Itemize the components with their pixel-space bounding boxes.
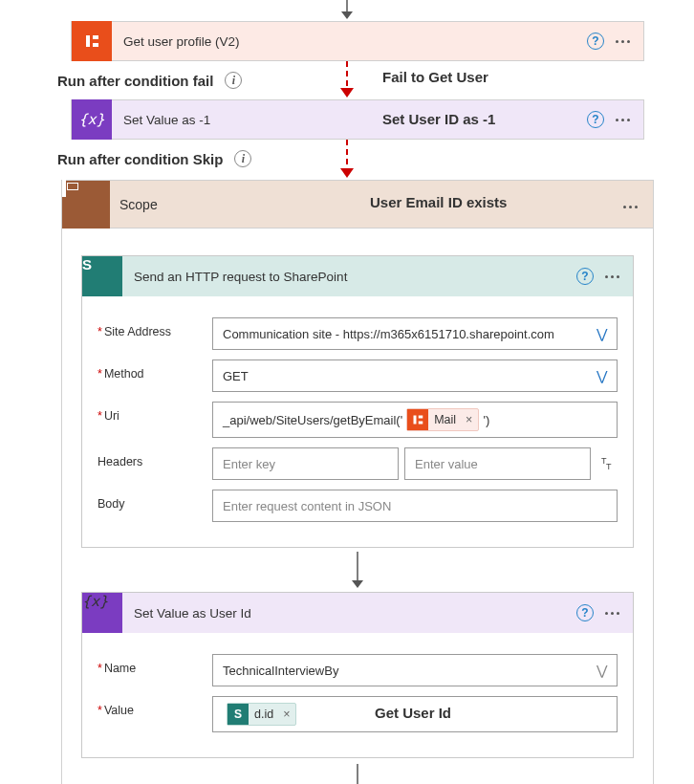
token-d-id[interactable]: S d.id × bbox=[227, 703, 296, 726]
menu-icon[interactable] bbox=[623, 206, 638, 208]
office365-icon bbox=[72, 21, 112, 61]
header-key-input[interactable]: Enter key bbox=[212, 447, 399, 480]
svg-marker-3 bbox=[340, 88, 354, 98]
label-site-address: *Site Address bbox=[98, 317, 212, 338]
variable-icon: {x} bbox=[72, 99, 112, 140]
arrow-down-icon bbox=[337, 0, 357, 21]
help-icon[interactable]: ? bbox=[587, 33, 604, 50]
action-send-http-sharepoint: S Send an HTTP request to SharePoint ? *… bbox=[81, 255, 634, 548]
label-method: *Method bbox=[98, 359, 212, 381]
label-value: *Value bbox=[98, 696, 212, 717]
annotation-fail-get-user: Fail to Get User bbox=[382, 69, 488, 85]
svg-marker-5 bbox=[340, 168, 354, 178]
arrow-dashed-down-icon bbox=[337, 140, 357, 180]
variable-icon: {x} bbox=[82, 593, 122, 633]
help-icon[interactable]: ? bbox=[587, 111, 604, 128]
label-headers: Headers bbox=[98, 447, 212, 468]
annotation-set-user-id-minus1: Set User ID as -1 bbox=[382, 111, 495, 127]
scope-icon bbox=[62, 181, 110, 229]
scope-container: Scope User Email ID exists S Send an HTT… bbox=[61, 180, 654, 784]
action-title: Set Value as -1 bbox=[112, 113, 210, 127]
sharepoint-icon: S bbox=[228, 704, 249, 725]
runafter-fail-label: Run after condition fail bbox=[57, 73, 213, 89]
action-header[interactable]: S Send an HTTP request to SharePoint ? bbox=[82, 256, 633, 296]
info-icon[interactable]: i bbox=[234, 150, 251, 167]
menu-icon[interactable] bbox=[605, 275, 619, 278]
action-set-value-minus1[interactable]: {x} Set Value as -1 ? bbox=[71, 99, 644, 140]
label-name: *Name bbox=[98, 654, 212, 675]
token-mail[interactable]: Mail × bbox=[406, 408, 479, 431]
action-header[interactable]: {x} Set Value as User Id ? bbox=[82, 593, 633, 633]
arrow-down-icon bbox=[348, 758, 367, 784]
help-icon[interactable]: ? bbox=[576, 268, 594, 285]
chevron-down-icon: ⋁ bbox=[596, 368, 607, 383]
menu-icon[interactable] bbox=[605, 612, 619, 615]
arrow-dashed-down-icon bbox=[337, 61, 357, 99]
svg-marker-1 bbox=[341, 11, 353, 19]
action-set-value-userid: {x} Set Value as User Id ? *Name Technic… bbox=[81, 592, 634, 758]
action-title: Get user profile (V2) bbox=[112, 34, 240, 49]
remove-token-icon[interactable]: × bbox=[283, 708, 290, 721]
method-select[interactable]: GET ⋁ bbox=[212, 359, 618, 392]
action-title: Send an HTTP request to SharePoint bbox=[122, 270, 347, 284]
svg-marker-9 bbox=[352, 580, 363, 588]
action-get-user-profile[interactable]: Get user profile (V2) ? bbox=[71, 21, 644, 61]
remove-token-icon[interactable]: × bbox=[466, 413, 472, 426]
body-input[interactable]: Enter request content in JSON bbox=[212, 490, 618, 522]
site-address-select[interactable]: Communication site - https://m365x615171… bbox=[212, 317, 618, 350]
office365-icon bbox=[407, 409, 428, 430]
menu-icon[interactable] bbox=[616, 40, 630, 43]
action-title: Set Value as User Id bbox=[122, 606, 251, 621]
uri-input[interactable]: _api/web/SiteUsers/getByEmail(' Mail × '… bbox=[212, 402, 618, 438]
variable-name-select[interactable]: TechnicalInterviewBy ⋁ bbox=[212, 654, 618, 686]
info-icon[interactable]: i bbox=[225, 72, 242, 89]
arrow-down-icon bbox=[348, 548, 367, 592]
label-body: Body bbox=[98, 490, 212, 511]
header-value-input[interactable]: Enter value bbox=[404, 447, 591, 480]
sharepoint-icon: S bbox=[82, 256, 122, 296]
scope-title: Scope bbox=[110, 197, 158, 212]
annotation-get-user-id: Get User Id bbox=[375, 705, 451, 721]
runafter-skip-label: Run after condition Skip bbox=[57, 151, 223, 167]
chevron-down-icon: ⋁ bbox=[596, 326, 607, 341]
annotation-user-email-exists: User Email ID exists bbox=[370, 194, 507, 210]
menu-icon[interactable] bbox=[616, 119, 630, 121]
text-mode-toggle-icon[interactable]: TT bbox=[596, 453, 618, 474]
label-uri: *Uri bbox=[98, 402, 212, 423]
scope-header[interactable]: Scope User Email ID exists bbox=[62, 181, 653, 229]
chevron-down-icon: ⋁ bbox=[596, 663, 607, 678]
help-icon[interactable]: ? bbox=[576, 604, 594, 621]
svg-text:T: T bbox=[606, 462, 612, 471]
